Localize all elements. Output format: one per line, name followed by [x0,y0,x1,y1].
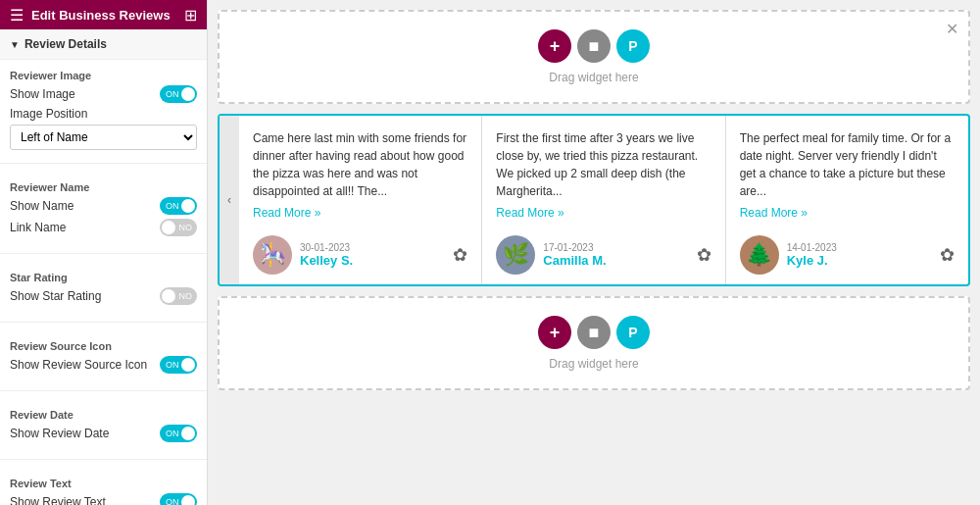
bottom-drop-zone[interactable]: + ■ P Drag widget here [218,296,970,390]
p-widget-icon[interactable]: P [616,29,650,63]
review-source-section: Review Source Icon Show Review Source Ic… [0,330,207,382]
reviewer-details-1: 17-01-2023 Camilla M. [543,242,606,268]
review-date-section: Review Date Show Review Date ON [0,399,207,451]
read-more-1[interactable]: Read More » [496,206,710,220]
add-widget-icon-bottom[interactable]: + [538,316,571,349]
yelp-icon-1: ✿ [697,244,711,266]
image-position-row: Image Position [10,107,197,121]
review-cards: Came here last min with some friends for… [239,116,968,284]
reviewer-image-section: Reviewer Image Show Image ON Image Posit… [0,60,207,155]
show-text-toggle[interactable]: ON [160,493,197,505]
section-label: Review Details [24,37,107,51]
yelp-icon-0: ✿ [453,244,467,266]
review-text-label: Review Text [10,478,197,489]
review-text-section: Review Text Show Review Text ON Text Len… [0,468,207,505]
reviewer-name-0: Kelley S. [300,253,353,268]
reviewer-name-label: Reviewer Name [10,181,197,193]
show-name-row: Show Name ON [10,197,197,215]
grid-icon[interactable]: ⊞ [184,6,197,25]
show-star-toggle[interactable]: NO [160,287,197,305]
link-name-toggle[interactable]: NO [160,219,197,236]
reviews-container: ‹ Came here last min with some friends f… [218,114,970,286]
star-rating-section: Star Rating Show Star Rating NO [0,262,207,314]
review-card: First the first time after 3 years we li… [482,116,725,284]
link-name-text: Link Name [10,221,66,234]
square-widget-icon[interactable]: ■ [577,29,611,63]
show-star-row: Show Star Rating NO [10,287,197,305]
collapse-arrow[interactable]: ‹ [220,116,239,284]
read-more-0[interactable]: Read More » [253,206,467,220]
show-name-toggle[interactable]: ON [160,197,197,215]
read-more-2[interactable]: Read More » [740,206,955,220]
reviewer-details-2: 14-01-2023 Kyle J. [787,242,837,268]
reviewer-details-0: 30-01-2023 Kelley S. [300,242,353,268]
review-text-2: The perfect meal for family time. Or for… [740,129,955,200]
reviewer-name-1: Camilla M. [543,253,606,268]
top-drop-zone-label: Drag widget here [549,71,638,84]
review-date-2: 14-01-2023 [787,242,837,253]
image-position-text: Image Position [10,107,87,121]
section-header-review-details[interactable]: ▼ Review Details [0,29,207,60]
show-text-row: Show Review Text ON [10,493,197,505]
section-arrow: ▼ [10,39,20,50]
star-rating-label: Star Rating [10,272,197,283]
reviewer-info-2: 🌲 14-01-2023 Kyle J. ✿ [740,235,955,275]
header-title: Edit Business Reviews [31,8,171,23]
reviewer-image-label: Reviewer Image [10,70,197,81]
show-image-row: Show Image ON [10,85,197,103]
show-image-toggle[interactable]: ON [160,85,197,103]
avatar-1: 🌿 [496,235,535,275]
show-source-row: Show Review Source Icon ON [10,356,197,374]
link-name-row: Link Name NO [10,219,197,236]
show-name-text: Show Name [10,199,74,213]
review-text-1: First the first time after 3 years we li… [496,129,710,200]
review-date-label: Review Date [10,409,197,421]
show-source-toggle[interactable]: ON [160,356,197,374]
show-star-text: Show Star Rating [10,289,101,303]
review-date-0: 30-01-2023 [300,242,353,253]
drop-zone-icons: + ■ P [538,29,650,63]
reviewer-info-1: 🌿 17-01-2023 Camilla M. ✿ [496,235,710,275]
main-content: ✕ + ■ P Drag widget here ‹ Came here las… [208,0,980,505]
avatar-2: 🌲 [740,235,779,275]
yelp-icon-2: ✿ [940,244,955,266]
review-date-1: 17-01-2023 [543,242,606,253]
reviewer-info-0: 🎠 30-01-2023 Kelley S. ✿ [253,235,467,275]
sidebar-header: ☰ Edit Business Reviews ⊞ [0,0,207,29]
reviewer-name-2: Kyle J. [787,253,837,268]
show-date-text: Show Review Date [10,427,109,440]
review-source-label: Review Source Icon [10,340,197,352]
review-card: The perfect meal for family time. Or for… [726,116,968,284]
review-text-0: Came here last min with some friends for… [253,129,467,200]
hamburger-icon[interactable]: ☰ [10,6,24,25]
reviewer-name-section: Reviewer Name Show Name ON Link Name NO [0,172,207,245]
close-icon[interactable]: ✕ [946,20,958,38]
p-widget-icon-bottom[interactable]: P [616,316,650,349]
image-position-select[interactable]: Left of Name Right of Name Above Name [10,125,197,150]
bottom-drop-zone-label: Drag widget here [549,357,638,371]
avatar-0: 🎠 [253,235,292,275]
show-source-text: Show Review Source Icon [10,358,147,372]
show-date-row: Show Review Date ON [10,425,197,442]
add-widget-icon[interactable]: + [538,29,571,63]
show-image-text: Show Image [10,87,75,101]
sidebar: ☰ Edit Business Reviews ⊞ ▼ Review Detai… [0,0,208,505]
show-text-text: Show Review Text [10,495,106,505]
top-drop-zone[interactable]: ✕ + ■ P Drag widget here [218,10,970,104]
review-card: Came here last min with some friends for… [239,116,482,284]
square-widget-icon-bottom[interactable]: ■ [577,316,611,349]
show-date-toggle[interactable]: ON [160,425,197,442]
bottom-drop-zone-icons: + ■ P [538,316,650,349]
